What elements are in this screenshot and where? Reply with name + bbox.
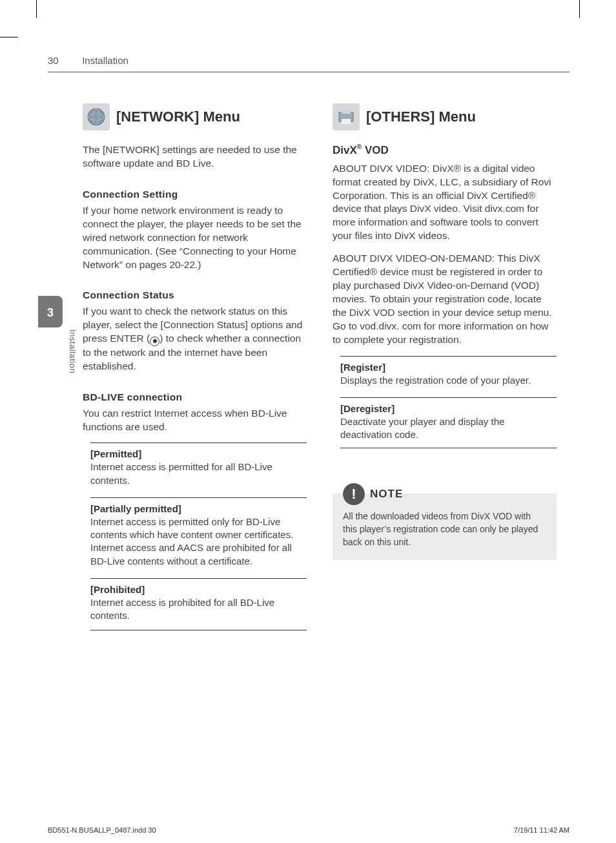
option-permitted: [Permitted] Internet access is permitted… bbox=[90, 442, 307, 487]
footer-file: BD551-N.BUSALLP_0487.indd 30 bbox=[48, 826, 156, 834]
chapter-number: 3 bbox=[38, 306, 63, 320]
content-area: [NETWORK] Menu The [NETWORK] settings ar… bbox=[83, 103, 557, 641]
page-number: 30 bbox=[48, 55, 59, 66]
option-text: Internet access is permitted only for BD… bbox=[90, 515, 307, 568]
option-title: [Partially permitted] bbox=[90, 503, 307, 514]
connection-setting-section: Connection Setting If your home network … bbox=[83, 189, 307, 272]
right-column: [OTHERS] Menu DivX® VOD ABOUT DIVX VIDEO… bbox=[333, 103, 557, 641]
others-menu-title: [OTHERS] Menu bbox=[366, 109, 476, 125]
option-text: Displays the registration code of your p… bbox=[340, 374, 557, 387]
crop-mark bbox=[36, 0, 37, 18]
divx-suffix: VOD bbox=[362, 144, 389, 156]
option-title: [Permitted] bbox=[90, 448, 307, 459]
network-menu-title: [NETWORK] Menu bbox=[116, 109, 240, 125]
bdlive-section: BD-LIVE connection You can restrict Inte… bbox=[83, 391, 307, 631]
printer-icon bbox=[333, 103, 360, 130]
option-text: Internet access is permitted for all BD-… bbox=[90, 461, 307, 487]
bdlive-heading: BD-LIVE connection bbox=[83, 391, 307, 403]
network-intro: The [NETWORK] settings are needed to use… bbox=[83, 143, 307, 171]
connection-status-section: Connection Status If you want to check t… bbox=[83, 289, 307, 373]
connection-setting-heading: Connection Setting bbox=[83, 189, 307, 200]
divx-vod-heading: DivX® VOD bbox=[333, 143, 557, 157]
network-menu-heading: [NETWORK] Menu bbox=[83, 103, 307, 130]
connection-status-heading: Connection Status bbox=[83, 289, 307, 301]
divx-about-para2: ABOUT DIVX VIDEO-ON-DEMAND: This DivX Ce… bbox=[333, 252, 557, 346]
enter-button-icon bbox=[150, 337, 159, 346]
note-box: ! NOTE All the downloaded videos from Di… bbox=[333, 494, 557, 560]
option-title: [Deregister] bbox=[340, 403, 557, 414]
connection-setting-body: If your home network environment is read… bbox=[83, 204, 307, 272]
globe-icon bbox=[83, 103, 110, 130]
option-text: Deactivate your player and display the d… bbox=[340, 415, 557, 442]
option-deregister: [Deregister] Deactivate your player and … bbox=[340, 397, 557, 449]
chapter-label: Installation bbox=[68, 329, 77, 373]
divx-about-para1: ABOUT DIVX VIDEO: DivX® is a digital vid… bbox=[333, 162, 557, 244]
connection-status-body: If you want to check the network status … bbox=[83, 305, 307, 373]
exclamation-icon: ! bbox=[343, 483, 365, 505]
option-partially-permitted: [Partially permitted] Internet access is… bbox=[90, 497, 307, 568]
divx-prefix: DivX bbox=[333, 144, 357, 156]
svg-rect-7 bbox=[342, 119, 351, 124]
page-footer: BD551-N.BUSALLP_0487.indd 30 7/19/11 11:… bbox=[48, 826, 570, 834]
bdlive-body: You can restrict Internet access when BD… bbox=[83, 407, 307, 434]
option-prohibited: [Prohibited] Internet access is prohibit… bbox=[90, 578, 307, 631]
chapter-tab: 3 bbox=[38, 296, 63, 328]
option-register: [Register] Displays the registration cod… bbox=[340, 356, 557, 387]
crop-mark bbox=[0, 37, 18, 37]
option-text: Internet access is prohibited for all BD… bbox=[90, 596, 307, 623]
option-title: [Prohibited] bbox=[90, 584, 307, 595]
page-section: Installation bbox=[82, 55, 128, 66]
page-header: 30 Installation bbox=[48, 55, 570, 72]
others-menu-heading: [OTHERS] Menu bbox=[333, 103, 557, 130]
option-title: [Register] bbox=[340, 362, 557, 373]
svg-point-1 bbox=[88, 109, 105, 125]
svg-rect-6 bbox=[342, 110, 351, 114]
note-text: All the downloaded videos from DivX VOD … bbox=[343, 510, 546, 548]
note-label: NOTE bbox=[370, 488, 403, 501]
divx-options: [Register] Displays the registration cod… bbox=[333, 356, 557, 449]
left-column: [NETWORK] Menu The [NETWORK] settings ar… bbox=[83, 103, 307, 641]
note-header: ! NOTE bbox=[343, 483, 546, 505]
crop-mark bbox=[579, 0, 580, 18]
footer-timestamp: 7/19/11 11:42 AM bbox=[514, 826, 570, 834]
